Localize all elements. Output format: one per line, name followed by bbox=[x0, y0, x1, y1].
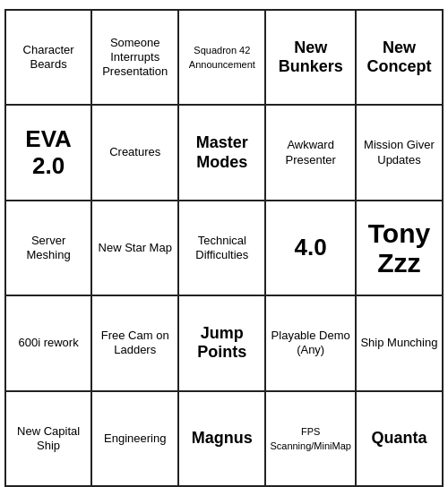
cell-r1-c4: Mission Giver Updates bbox=[356, 105, 443, 200]
bingo-grid: Character BeardsSomeone Interrupts Prese… bbox=[4, 9, 444, 487]
cell-r4-c3: FPS Scanning/MiniMap bbox=[265, 391, 356, 486]
cell-r3-c1: Free Cam on Ladders bbox=[91, 295, 178, 390]
cell-r1-c1: Creatures bbox=[91, 105, 178, 200]
bingo-title bbox=[0, 0, 448, 9]
cell-r4-c0: New Capital Ship bbox=[5, 391, 91, 486]
cell-r2-c0: Server Meshing bbox=[5, 201, 91, 295]
cell-r4-c1: Engineering bbox=[91, 391, 178, 486]
cell-r3-c2: Jump Points bbox=[178, 295, 265, 390]
cell-r2-c4: Tony Zzz bbox=[356, 201, 443, 295]
cell-r2-c3: 4.0 bbox=[265, 201, 356, 295]
cell-r2-c2: Technical Difficulties bbox=[178, 201, 265, 295]
cell-r3-c3: Playable Demo (Any) bbox=[265, 295, 356, 390]
cell-r0-c4: New Concept bbox=[356, 10, 443, 105]
cell-r0-c3: New Bunkers bbox=[265, 10, 356, 105]
cell-r4-c2: Magnus bbox=[178, 391, 265, 486]
cell-r1-c0: EVA 2.0 bbox=[5, 105, 91, 200]
cell-r2-c1: New Star Map bbox=[91, 201, 178, 295]
cell-r3-c0: 600i rework bbox=[5, 295, 91, 390]
cell-r3-c4: Ship Munching bbox=[356, 295, 443, 390]
cell-r1-c2: Master Modes bbox=[178, 105, 265, 200]
cell-r0-c0: Character Beards bbox=[5, 10, 91, 105]
cell-r0-c1: Someone Interrupts Presentation bbox=[91, 10, 178, 105]
cell-r1-c3: Awkward Presenter bbox=[265, 105, 356, 200]
cell-r4-c4: Quanta bbox=[356, 391, 443, 486]
cell-r0-c2: Squadron 42 Announcement bbox=[178, 10, 265, 105]
